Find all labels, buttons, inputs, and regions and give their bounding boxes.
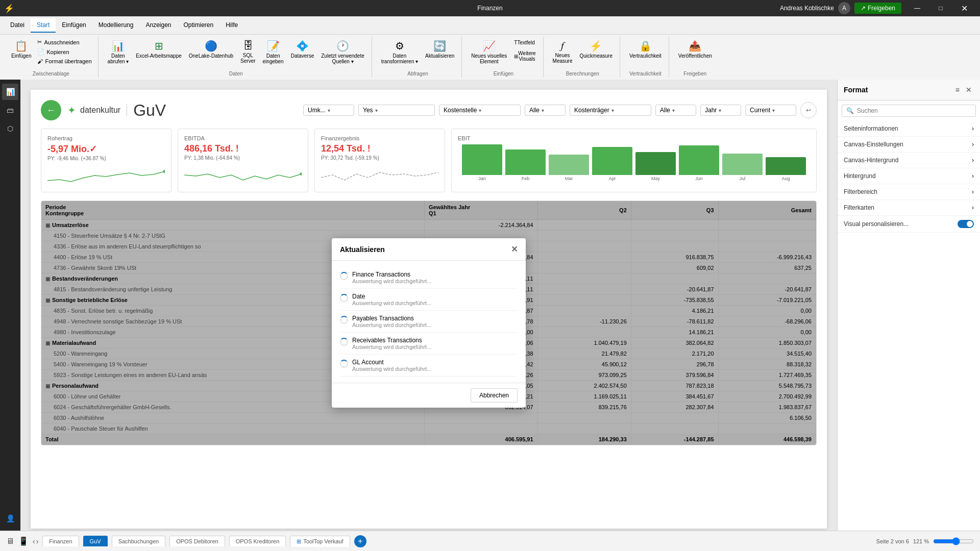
tab-einfuegen[interactable]: Einfügen (56, 18, 92, 33)
ribbon-btn-aktualisieren[interactable]: 🔄 Aktualisieren (422, 38, 457, 61)
modal-loading-item-5: GL Account Auswertung wird durchgeführt.… (340, 355, 518, 377)
panel-section-filterbereich[interactable]: Filterbereich › (838, 184, 980, 200)
loading-item-name-4: Receivables Transactions (352, 337, 431, 344)
ribbon-btn-veroeffentlichen[interactable]: 📤 Veröffentlichen (675, 38, 715, 61)
report-header: ← ✦ datenkultur GuV Umk... ▾ Yes ▾ (41, 100, 817, 120)
ribbon-btn-neues-measure[interactable]: 𝑓 NeuesMeasure (550, 38, 576, 66)
sidebar-icon-model[interactable]: ⬡ (2, 120, 18, 137)
canvas-area: ← ✦ datenkultur GuV Umk... ▾ Yes ▾ (20, 80, 837, 531)
panel-section-hintergrund[interactable]: Hintergrund › (838, 168, 980, 184)
filter-jahr-value[interactable]: Current ▾ (745, 105, 796, 116)
modal-title: Aktualisieren (340, 245, 385, 254)
minimize-button[interactable]: — (905, 0, 929, 16)
tab-anzeigen[interactable]: Anzeigen (139, 18, 177, 33)
cancel-button[interactable]: Abbrechen (471, 388, 518, 403)
format-paint-icon: 🖌 (37, 58, 43, 64)
panel-section-seiteninfo[interactable]: Seiteninformationen › (838, 121, 980, 137)
tab-hilfe[interactable]: Hilfe (219, 18, 244, 33)
ribbon-btn-format[interactable]: 🖌 Format übertragen (35, 57, 93, 65)
ribbon-tabs: Datei Start Einfügen Modellierung Anzeig… (0, 16, 980, 35)
tab-optimieren[interactable]: Optimieren (178, 18, 220, 33)
ribbon-btn-dataverse[interactable]: 💠 Dataverse (288, 38, 317, 61)
more-visuals-icon: ⊞ (514, 54, 518, 59)
view-mobile-icon[interactable]: 📱 (18, 536, 29, 546)
filter-kostenstelle-main[interactable]: Kostenstelle ▾ (439, 105, 521, 116)
ribbon-btn-vertraulichkeit[interactable]: 🔒 Vertraulichkeit (626, 38, 665, 61)
chevron-icon5: ▾ (611, 108, 614, 113)
ribbon-btn-weitere-visuals[interactable]: ⊞ WeitereVisuals (511, 48, 538, 64)
user-name: Andreas Koblischke (780, 5, 834, 12)
ribbon-btn-textfeld[interactable]: T Textfeld (511, 38, 538, 47)
ribbon-btn-ausschneiden[interactable]: ✂ Ausschneiden (35, 38, 93, 46)
ribbon-group-vertraulichkeit: 🔒 Vertraulichkeit Vertraulichkeit (622, 37, 669, 78)
ribbon-btn-kopieren[interactable]: 📄 Kopieren (35, 47, 93, 56)
ribbon-group-daten: 📊 Datenabrufen ▾ ⊞ Excel-Arbeitsmappe 🔵 … (101, 37, 372, 78)
tab-datei[interactable]: Datei (4, 18, 31, 33)
sidebar-icon-report[interactable]: 📊 (2, 84, 18, 100)
tab-guv[interactable]: GuV (83, 536, 108, 546)
tab-modellierung[interactable]: Modellierung (92, 18, 140, 33)
panel-section-canvas[interactable]: Canvas-Einstellungen › (838, 137, 980, 153)
filter-kostenstelle[interactable]: Yes ▾ (358, 105, 435, 116)
tab-opos-kreditoren[interactable]: OPOS Kreditoren (229, 536, 286, 546)
panel-search-input[interactable] (857, 107, 971, 114)
panel-section-visual-personalisieren[interactable]: Visual personalisieren... (838, 216, 980, 233)
kpi-finanzergebnis-title: Finanzergebnis (321, 135, 438, 141)
loading-item-status-2: Auswertung wird durchgeführt... (352, 300, 431, 306)
tab-tooltop-verkauf[interactable]: ⊞ ToolTop Verkauf (290, 536, 350, 547)
zoom-slider[interactable] (933, 537, 974, 545)
tab-add-button[interactable]: + (354, 535, 366, 547)
ribbon-btn-neues-visual[interactable]: 📈 Neues visuellesElement (468, 38, 510, 66)
modal-body: Finance Transactions Auswertung wird dur… (332, 261, 526, 383)
modal-close-button[interactable]: ✕ (511, 244, 518, 254)
kpi-rohertrag-value: -5,97 Mio.✓ (47, 143, 165, 155)
tab-sachbuchungen[interactable]: Sachbuchungen (112, 536, 166, 546)
close-button[interactable]: ✕ (952, 0, 976, 16)
sidebar-icon-user[interactable]: 👤 (2, 510, 18, 527)
ribbon-group-abfragen: ⚙ Datentransformieren ▾ 🔄 Aktualisieren … (374, 37, 462, 78)
filter-kostentraeger[interactable]: Kostenträger ▾ (570, 105, 651, 116)
ribbon-btn-onelake[interactable]: 🔵 OneLake-Datenhub (186, 38, 236, 61)
filter-umk[interactable]: Umk... ▾ (303, 105, 354, 116)
toggle-visual-personalisieren[interactable] (958, 220, 974, 228)
sidebar-icon-data[interactable]: 🗃 (2, 102, 18, 118)
chevron-right-icon-2: › (972, 141, 974, 148)
ribbon-btn-quickmeasure[interactable]: ⚡ Quickmeasure (577, 38, 616, 61)
panel-section-canvas-hintergrund[interactable]: Canvas-Hintergrund › (838, 153, 980, 168)
ribbon-btn-daten-abrufen[interactable]: 📊 Datenabrufen ▾ (105, 38, 132, 66)
tab-prev-button[interactable]: ‹ (33, 537, 35, 545)
chevron-icon: ▾ (328, 108, 330, 113)
back-button[interactable]: ← (41, 100, 61, 120)
view-desktop-icon[interactable]: 🖥 (6, 537, 14, 546)
loading-item-name-1: Finance Transactions (352, 271, 431, 278)
panel-close-icon[interactable]: ✕ (964, 84, 974, 96)
filter-kostenstelle-value[interactable]: Alle ▾ (525, 105, 566, 116)
tab-start[interactable]: Start (31, 18, 56, 33)
ribbon-content: 📋 Einfügen ✂ Ausschneiden 📄 Kopieren 🖌 F… (0, 35, 980, 80)
ribbon-btn-daten-eingeben[interactable]: 📝 Dateneingeben (260, 38, 287, 66)
panel-search[interactable]: 🔍 (842, 105, 976, 117)
tab-finanzen[interactable]: Finanzen (42, 536, 79, 546)
ribbon-btn-einfuegen[interactable]: 📋 Einfügen (8, 38, 34, 61)
ribbon-btn-sql[interactable]: 🗄 SQLServer (237, 38, 258, 66)
filter-jahr[interactable]: Jahr ▾ (700, 105, 741, 116)
undo-button[interactable]: ↩ (800, 102, 817, 118)
group-label-vertraulichkeit: Vertraulichkeit (626, 71, 665, 77)
chevron-icon7: ▾ (719, 108, 721, 113)
data-icon: 📊 (112, 40, 125, 52)
visual-icon: 📈 (483, 40, 496, 52)
loading-item-name-5: GL Account (352, 359, 431, 366)
maximize-button[interactable]: □ (929, 0, 952, 16)
ebit-bar-apr: Apr (592, 147, 632, 181)
tab-opos-debitoren[interactable]: OPOS Debitoren (169, 536, 225, 546)
ribbon-btn-excel[interactable]: ⊞ Excel-Arbeitsmappe (133, 38, 184, 61)
filter-kostentraeger-value[interactable]: Alle ▾ (655, 105, 696, 116)
loading-spinner-5 (340, 360, 348, 368)
ribbon-btn-transformieren[interactable]: ⚙ Datentransformieren ▾ (378, 38, 421, 66)
panel-section-filterkarten[interactable]: Filterkarten › (838, 200, 980, 216)
ribbon-btn-zuletzt[interactable]: 🕐 Zuletzt verwendeteQuellen ▾ (318, 38, 368, 66)
ebit-bar-mar: Mar (549, 155, 589, 181)
filter-toggle-icon[interactable]: ≡ (953, 84, 962, 96)
freigeben-button[interactable]: ↗ Freigeben (854, 3, 901, 14)
tab-next-button[interactable]: › (36, 537, 39, 545)
